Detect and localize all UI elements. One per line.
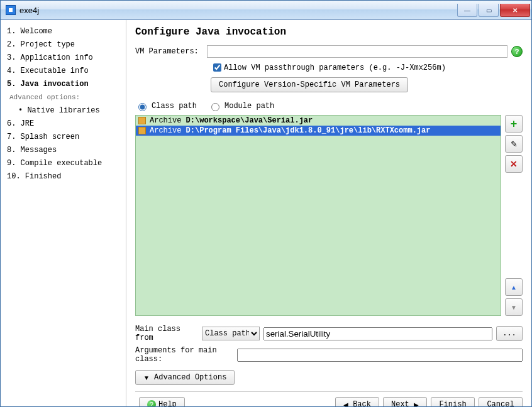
- help-icon[interactable]: ?: [511, 46, 523, 57]
- move-down-button[interactable]: [505, 298, 523, 316]
- move-up-button[interactable]: [505, 278, 523, 296]
- window-title: exe4j: [19, 6, 456, 15]
- arrow-right-icon: ▶: [414, 401, 419, 407]
- wizard-step[interactable]: 2. Project type: [7, 38, 119, 52]
- wizard-sidebar: exe4j 1. Welcome2. Project type3. Applic…: [1, 20, 126, 406]
- page-heading: Configure Java invocation: [135, 26, 523, 38]
- classpath-radio[interactable]: Class path: [135, 101, 197, 111]
- main-panel: Configure Java invocation VM Parameters:…: [126, 20, 531, 406]
- wizard-step[interactable]: 10. Finished: [7, 170, 119, 183]
- browse-main-class-button[interactable]: ...: [496, 326, 523, 341]
- next-button[interactable]: Next ▶: [383, 397, 427, 406]
- main-class-from-select[interactable]: Class path: [202, 327, 260, 340]
- add-classpath-button[interactable]: [505, 115, 523, 133]
- finish-button[interactable]: Finish: [431, 397, 475, 406]
- archive-icon: [138, 117, 146, 124]
- wizard-step[interactable]: 6. JRE: [7, 117, 119, 131]
- allow-passthrough-checkbox[interactable]: [213, 63, 221, 72]
- app-window: exe4j — ▭ ✕ exe4j 1. Welcome2. Project t…: [0, 0, 532, 407]
- help-button[interactable]: ? Help: [139, 397, 185, 406]
- sidebar-subheader: Advanced options:: [7, 91, 119, 104]
- main-class-input[interactable]: [263, 327, 492, 340]
- arrow-left-icon: ◀: [343, 401, 348, 407]
- back-button[interactable]: ◀ Back: [335, 397, 379, 406]
- classpath-entry-label: Archive D:\workspace\Java\Serial.jar: [150, 116, 313, 126]
- wizard-step[interactable]: 7. Splash screen: [7, 131, 119, 144]
- vm-parameters-label: VM Parameters:: [135, 47, 207, 56]
- main-class-from-label: Main class from: [135, 325, 198, 342]
- classpath-entry-label: Archive D:\Program Files\Java\jdk1.8.0_9…: [150, 126, 430, 136]
- wizard-step[interactable]: 3. Application info: [7, 52, 119, 65]
- vm-parameters-input[interactable]: [207, 45, 507, 58]
- cancel-button[interactable]: Cancel: [479, 397, 523, 406]
- close-button[interactable]: ✕: [500, 4, 530, 17]
- configure-version-vm-button[interactable]: Configure Version-Specific VM Parameters: [211, 77, 408, 92]
- archive-icon: [138, 127, 146, 134]
- classpath-buttons: ✎: [505, 115, 523, 316]
- wizard-step[interactable]: 1. Welcome: [7, 25, 119, 38]
- app-icon: [6, 5, 16, 15]
- help-circle-icon: ?: [147, 400, 156, 406]
- arguments-label: Arguments for main class:: [135, 346, 233, 364]
- wizard-step[interactable]: 9. Compile executable: [7, 157, 119, 170]
- wizard-step[interactable]: • Native libraries: [7, 104, 119, 117]
- wizard-step[interactable]: 8. Messages: [7, 144, 119, 157]
- classpath-entry[interactable]: Archive D:\Program Files\Java\jdk1.8.0_9…: [136, 126, 501, 136]
- arguments-input[interactable]: [237, 349, 523, 362]
- classpath-entry[interactable]: Archive D:\workspace\Java\Serial.jar: [136, 116, 501, 126]
- wizard-step[interactable]: 4. Executable info: [7, 65, 119, 78]
- modulepath-radio[interactable]: Module path: [208, 101, 274, 111]
- edit-classpath-button[interactable]: ✎: [505, 135, 523, 153]
- separator: [135, 391, 523, 392]
- window-buttons: — ▭ ✕: [456, 4, 530, 16]
- wizard-step[interactable]: 5. Java invocation: [7, 78, 119, 91]
- wizard-footer: ? Help ◀ Back Next ▶ Finish Cancel: [135, 397, 523, 406]
- advanced-options-button[interactable]: ▼ Advanced Options: [135, 370, 235, 385]
- titlebar: exe4j — ▭ ✕: [1, 1, 531, 20]
- modulepath-radio-label: Module path: [224, 102, 274, 111]
- remove-classpath-button[interactable]: [505, 155, 523, 173]
- classpath-radio-label: Class path: [152, 102, 197, 111]
- chevron-down-icon: ▼: [143, 374, 150, 381]
- maximize-button[interactable]: ▭: [479, 4, 499, 17]
- classpath-list[interactable]: Archive D:\workspace\Java\Serial.jarArch…: [135, 115, 501, 316]
- minimize-button[interactable]: —: [457, 4, 477, 17]
- allow-passthrough-label: Allow VM passthrough parameters (e.g. -J…: [224, 63, 446, 72]
